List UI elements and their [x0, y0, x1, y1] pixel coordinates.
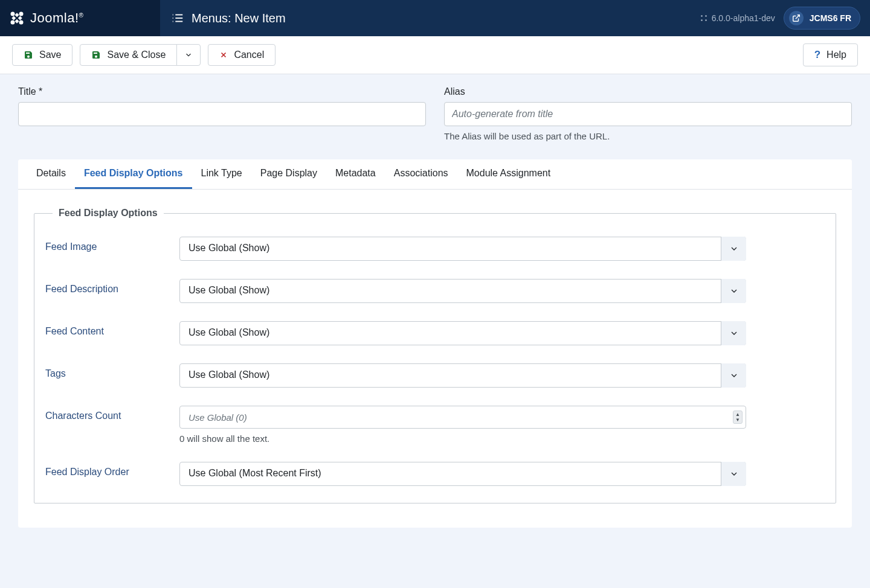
characters-count-help: 0 will show all the text.: [179, 433, 746, 444]
tab-page-display[interactable]: Page Display: [251, 159, 326, 189]
tab-details[interactable]: Details: [27, 159, 75, 189]
feed-image-select[interactable]: Use Global (Show): [179, 237, 746, 261]
toolbar: Save Save & Close Cancel ? Help: [0, 36, 870, 74]
feed-content-select[interactable]: Use Global (Show): [179, 321, 746, 345]
tab-feed-display-options[interactable]: Feed Display Options: [75, 159, 192, 189]
tab-metadata[interactable]: Metadata: [326, 159, 385, 189]
tabs-card: Details Feed Display Options Link Type P…: [18, 159, 852, 528]
alias-field-col: Alias The Alias will be used as part of …: [444, 86, 852, 141]
feed-display-order-select[interactable]: Use Global (Most Recent First): [179, 462, 746, 486]
svg-point-13: [705, 19, 707, 21]
feed-image-label: Feed Image: [45, 237, 179, 252]
svg-point-12: [701, 19, 703, 21]
tab-associations[interactable]: Associations: [385, 159, 457, 189]
tags-select[interactable]: Use Global (Show): [179, 363, 746, 388]
tab-bar: Details Feed Display Options Link Type P…: [18, 159, 852, 190]
feed-description-select[interactable]: Use Global (Show): [179, 279, 746, 303]
feed-description-label: Feed Description: [45, 279, 179, 295]
page-title: Menus: New Item: [192, 11, 286, 25]
close-icon: [219, 51, 228, 59]
row-feed-display-order: Feed Display Order Use Global (Most Rece…: [45, 462, 825, 486]
alias-label: Alias: [444, 86, 852, 97]
characters-count-input[interactable]: [179, 406, 746, 429]
site-preview-button[interactable]: JCMS6 FR: [784, 7, 860, 30]
save-close-button[interactable]: Save & Close: [80, 44, 177, 66]
alias-help: The Alias will be used as part of the UR…: [444, 131, 852, 141]
svg-point-10: [701, 15, 703, 17]
row-characters-count: Characters Count ▲▼ 0 will show all the …: [45, 406, 825, 444]
brand-text: Joomla!®: [30, 10, 83, 26]
svg-point-11: [705, 15, 707, 17]
tags-label: Tags: [45, 363, 179, 379]
version-info[interactable]: 6.0.0-alpha1-dev: [700, 13, 775, 23]
help-button[interactable]: ? Help: [803, 43, 858, 66]
svg-point-3: [19, 21, 24, 25]
header-right: 6.0.0-alpha1-dev JCMS6 FR: [700, 0, 870, 36]
row-feed-image: Feed Image Use Global (Show): [45, 237, 825, 261]
number-spinner-icon[interactable]: ▲▼: [733, 411, 743, 424]
tab-module-assignment[interactable]: Module Assignment: [457, 159, 560, 189]
svg-line-14: [796, 15, 799, 19]
svg-point-2: [11, 21, 15, 25]
joomla-small-icon: [700, 14, 708, 22]
help-icon: ?: [814, 49, 820, 61]
feed-content-label: Feed Content: [45, 321, 179, 337]
title-input[interactable]: [18, 102, 426, 126]
feed-display-options-fieldset: Feed Display Options Feed Image Use Glob…: [34, 208, 836, 503]
alias-input[interactable]: [444, 102, 852, 126]
save-close-dropdown-button[interactable]: [176, 44, 201, 66]
save-button[interactable]: Save: [12, 44, 72, 66]
chevron-down-icon: [184, 51, 193, 59]
list-icon: [171, 11, 184, 25]
svg-point-0: [11, 12, 15, 16]
characters-count-label: Characters Count: [45, 406, 179, 421]
feed-display-order-label: Feed Display Order: [45, 462, 179, 478]
cancel-button[interactable]: Cancel: [208, 44, 276, 66]
row-feed-description: Feed Description Use Global (Show): [45, 279, 825, 303]
brand-area[interactable]: Joomla!®: [0, 0, 160, 36]
joomla-logo-icon: [8, 10, 25, 27]
title-field-col: Title *: [18, 86, 426, 141]
form-header: Title * Alias The Alias will be used as …: [0, 74, 870, 141]
svg-point-1: [19, 12, 24, 16]
app-header: Joomla!® Menus: New Item 6.0.0-alpha1-de…: [0, 0, 870, 36]
save-close-group: Save & Close: [80, 44, 201, 66]
row-tags: Tags Use Global (Show): [45, 363, 825, 388]
save-icon: [91, 50, 101, 60]
title-label: Title *: [18, 86, 426, 97]
fieldset-legend: Feed Display Options: [53, 208, 164, 219]
external-link-icon: [789, 11, 804, 25]
title-area: Menus: New Item: [160, 0, 700, 36]
tab-link-type[interactable]: Link Type: [192, 159, 251, 189]
save-icon: [24, 50, 33, 60]
row-feed-content: Feed Content Use Global (Show): [45, 321, 825, 345]
